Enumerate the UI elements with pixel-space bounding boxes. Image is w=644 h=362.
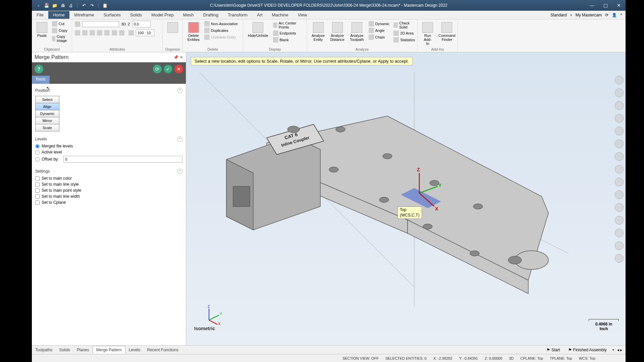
tab-drafting[interactable]: Drafting (199, 11, 223, 19)
tab-mesh[interactable]: Mesh (178, 11, 199, 19)
analyze-distance-button[interactable]: Analyze Distance (328, 21, 346, 43)
analyze-entity-button[interactable]: Analyze Entity (310, 21, 327, 43)
z-input[interactable] (132, 21, 151, 27)
tab-transform[interactable]: Transform (223, 11, 252, 19)
collapse-icon[interactable]: ⌃ (177, 169, 182, 174)
rt-btn-10[interactable] (615, 190, 624, 199)
tab-art[interactable]: Art (252, 11, 267, 19)
line-style-select[interactable] (82, 21, 119, 27)
bottom-tab-merge-pattern[interactable]: Merge Pattern (93, 346, 125, 354)
attr5-icon[interactable] (104, 30, 110, 36)
collapse-icon[interactable]: ⌃ (177, 136, 182, 142)
endpoints-button[interactable]: Endpoints (272, 30, 304, 36)
rt-btn-8[interactable] (615, 165, 624, 174)
attr4-icon[interactable] (97, 30, 102, 36)
position-section-header[interactable]: Position ⌃ (35, 86, 182, 95)
new-file-icon[interactable]: ▫ (36, 3, 41, 8)
duplicates-button[interactable]: Duplicates (203, 27, 239, 34)
rt-btn-3[interactable] (615, 101, 624, 110)
collapse-icon[interactable]: ⌃ (177, 88, 182, 93)
pin-icon[interactable]: 📌 (173, 55, 178, 60)
close-button[interactable]: ✕ (612, 0, 626, 11)
status-wcs[interactable]: WCS: Top (579, 356, 595, 360)
status-tplane[interactable]: TPLANE: Top (550, 356, 572, 360)
bottom-tab-planes[interactable]: Planes (73, 346, 93, 354)
my-mastercam-label[interactable]: My Mastercam (576, 13, 602, 17)
apply-button[interactable]: ⟳ (153, 65, 162, 73)
command-finder-button[interactable]: Command Finder (436, 21, 458, 43)
active-level-radio[interactable] (35, 150, 40, 155)
chain-button[interactable]: Chain (367, 34, 391, 40)
ok-button[interactable]: ✓ (164, 65, 172, 73)
sync-icon[interactable]: ⟳ (605, 13, 608, 17)
tab-file[interactable]: File (32, 11, 48, 19)
copy-image-button[interactable]: Copy Image (51, 34, 70, 43)
maximize-button[interactable]: ▢ (599, 0, 612, 11)
attr6-icon[interactable] (112, 30, 117, 36)
print-icon[interactable]: 🖶 (60, 3, 65, 8)
organize-button[interactable] (165, 21, 180, 35)
hide-unhide-button[interactable]: Hide/Unhide (246, 21, 270, 39)
bottom-tab-toolpaths[interactable]: Toolpaths (32, 346, 56, 354)
rt-btn-4[interactable] (615, 114, 624, 123)
redo-icon[interactable]: ↷ (89, 3, 95, 8)
scale-button[interactable]: Scale (35, 124, 59, 131)
tab-machine[interactable]: Machine (267, 11, 293, 19)
help-button[interactable]: ? (35, 65, 43, 73)
viewport[interactable]: Select a new location, edit options to S… (186, 52, 626, 345)
merged-levels-radio[interactable] (35, 144, 40, 148)
run-addin-button[interactable]: Run Add-In (420, 21, 435, 47)
zoom-input[interactable] (136, 29, 154, 36)
color2-icon[interactable] (82, 30, 88, 36)
check-solid-button[interactable]: Check Solid (392, 21, 416, 29)
color-icon[interactable] (75, 30, 80, 36)
standard-label[interactable]: Standard (550, 13, 567, 17)
rt-btn-1[interactable] (615, 76, 624, 84)
level-icon[interactable] (128, 30, 134, 36)
cut-button[interactable]: Cut (51, 21, 70, 27)
print2-icon[interactable]: 🖨 (68, 3, 73, 8)
section-view-status[interactable]: SECTION VIEW: OFF (342, 356, 379, 360)
dynamic-pos-button[interactable]: Dynamic (35, 110, 59, 117)
main-line-width-check[interactable] (35, 194, 40, 199)
chevron-up-icon[interactable]: ^ (620, 13, 622, 17)
dynamic-button[interactable]: Dynamic (367, 21, 391, 27)
mode-3d-label[interactable]: 3D (121, 22, 126, 26)
statistics-button[interactable]: Statistics (392, 37, 416, 43)
tab-model-prep[interactable]: Model Prep (147, 11, 178, 19)
panel-tab-basic[interactable]: Basic (32, 76, 50, 84)
paste-qat-icon[interactable]: 📋 (102, 3, 108, 8)
tab-wireframe[interactable]: Wireframe (69, 11, 99, 19)
undo-icon[interactable]: ↶ (81, 3, 87, 8)
settings-section-header[interactable]: Settings ⌃ (35, 167, 182, 175)
rt-btn-13[interactable] (615, 229, 624, 237)
start-button[interactable]: ⚑Start (544, 347, 562, 353)
select-button[interactable]: Select (35, 96, 59, 103)
rt-btn-14[interactable] (615, 241, 624, 250)
tab-solids[interactable]: Solids (125, 11, 147, 19)
arc-center-button[interactable]: Arc Center Points (272, 21, 304, 29)
save-icon[interactable]: 💾 (44, 3, 49, 8)
offset-radio[interactable] (35, 157, 40, 162)
bottom-tab-levels[interactable]: Levels (125, 346, 144, 354)
align-button[interactable]: Align (35, 103, 59, 110)
rt-btn-6[interactable] (615, 139, 624, 148)
minimize-button[interactable]: — (585, 0, 599, 11)
tab-view[interactable]: View (293, 11, 312, 19)
rt-btn-12[interactable] (615, 216, 624, 225)
rt-btn-5[interactable] (615, 127, 624, 135)
finished-assembly-button[interactable]: ⚑Finished Assembly (566, 347, 609, 353)
status-mode[interactable]: 3D (509, 356, 514, 360)
cancel-button[interactable]: ✕ (174, 65, 183, 73)
bottom-tab-solids[interactable]: Solids (56, 346, 73, 354)
copy-button[interactable]: Copy (51, 27, 70, 34)
delete-entities-button[interactable]: Delete Entities (185, 21, 202, 43)
rt-btn-11[interactable] (615, 203, 624, 212)
main-line-style-check[interactable] (35, 182, 40, 187)
user-icon[interactable]: 👤 (612, 13, 617, 17)
panel-close-button[interactable]: ✕ (180, 55, 183, 60)
offset-input[interactable] (63, 156, 182, 163)
tab-surfaces[interactable]: Surfaces (99, 11, 125, 19)
main-point-style-check[interactable] (35, 188, 40, 193)
open-icon[interactable]: 📁 (52, 3, 57, 8)
